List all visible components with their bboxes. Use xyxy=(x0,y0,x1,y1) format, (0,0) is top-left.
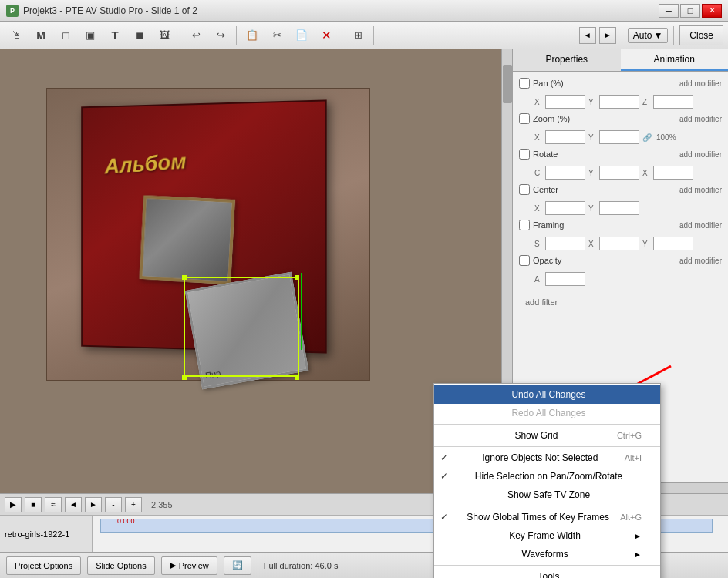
window-title: Projekt3 - PTE AV Studio Pro - Slide 1 o… xyxy=(23,5,197,16)
rotate-checkbox[interactable] xyxy=(519,149,530,160)
ctx-global-check: ✓ xyxy=(440,512,453,523)
add-filter-label[interactable]: add filter xyxy=(525,297,558,307)
maximize-button[interactable]: □ xyxy=(680,4,700,18)
framing-checkbox[interactable] xyxy=(519,220,530,230)
ctx-hide-selection[interactable]: ✓ Hide Selection on Pan/Zoom/Rotate xyxy=(434,467,660,486)
wave-button[interactable]: ≈ xyxy=(45,497,62,512)
center-x-input[interactable] xyxy=(545,201,585,215)
rotate-y-input[interactable] xyxy=(599,166,639,180)
ctx-keyframe-width[interactable]: Key Frame Width ► xyxy=(434,526,660,545)
delete-button[interactable]: ✕ xyxy=(315,25,338,46)
next-slide-button[interactable]: ► xyxy=(599,27,616,44)
ctx-undo-all[interactable]: Undo All Changes xyxy=(434,385,660,404)
tab-properties[interactable]: Properties xyxy=(513,49,621,71)
rotate-row: Rotate add modifier xyxy=(519,149,722,160)
rotate-inputs: C Y X xyxy=(519,166,722,180)
ctx-hide-check: ✓ xyxy=(440,471,453,482)
opacity-modifier[interactable]: add modifier xyxy=(679,257,722,265)
zoom-modifier[interactable]: add modifier xyxy=(679,115,722,123)
rotate-x-input[interactable] xyxy=(653,166,693,180)
framing-y-label: Y xyxy=(642,240,650,248)
center-checkbox[interactable] xyxy=(519,184,530,195)
pan-modifier[interactable]: add modifier xyxy=(679,79,722,88)
tab-animation[interactable]: Animation xyxy=(621,49,729,71)
ctx-waveforms[interactable]: Waveforms ► xyxy=(434,545,660,563)
zoom-dropdown[interactable]: Auto ▼ xyxy=(628,28,669,43)
pan-x-input[interactable] xyxy=(545,95,585,109)
rotate-label: Rotate xyxy=(533,150,579,159)
opacity-inputs: A xyxy=(519,272,722,286)
redo-button[interactable]: ↪ xyxy=(209,25,232,46)
add-filter-row: add filter xyxy=(519,294,722,310)
time-marker-label: 0.000 xyxy=(117,517,135,525)
opacity-row: Opacity add modifier xyxy=(519,255,722,266)
framing-label: Framing xyxy=(533,220,579,230)
grid-button[interactable]: ⊞ xyxy=(346,25,369,46)
opacity-a-input[interactable] xyxy=(545,272,585,286)
ctx-ignore-check: ✓ xyxy=(440,452,453,463)
framing-s-input[interactable] xyxy=(545,237,585,250)
ctx-show-grid[interactable]: Show Grid Ctrl+G xyxy=(434,426,660,445)
context-menu: Undo All Changes Redo All Changes Show G… xyxy=(433,383,661,578)
stop-button[interactable]: ■ xyxy=(25,497,42,512)
prev-frame-button[interactable]: ◄ xyxy=(65,497,82,512)
ctx-global-times[interactable]: ✓ Show Global Times of Key Frames Alt+G xyxy=(434,508,660,526)
project-options-button[interactable]: Project Options xyxy=(6,556,81,575)
ctx-ignore-label: Ignore Objects Not Selected xyxy=(482,452,598,463)
center-modifier[interactable]: add modifier xyxy=(679,186,722,194)
zoom-x-label: X xyxy=(534,133,542,142)
tool-rect[interactable]: ◼ xyxy=(128,25,151,46)
copy-button[interactable]: 📋 xyxy=(241,25,264,46)
framing-s-label: S xyxy=(534,240,542,248)
ctx-sep-3 xyxy=(434,506,660,506)
undo-button[interactable]: ↩ xyxy=(184,25,207,46)
zoom-checkbox[interactable] xyxy=(519,113,530,124)
rotate-modifier[interactable]: add modifier xyxy=(679,150,722,159)
framing-modifier[interactable]: add modifier xyxy=(679,221,722,230)
canvas-scroll-thumb[interactable] xyxy=(503,65,512,103)
zoom-in-button[interactable]: + xyxy=(125,497,142,512)
zoom-dropdown-arrow: ▼ xyxy=(653,30,662,41)
opacity-checkbox[interactable] xyxy=(519,255,530,266)
ctx-global-shortcut: Alt+G xyxy=(620,512,642,522)
ctx-ignore-objects[interactable]: ✓ Ignore Objects Not Selected Alt+I xyxy=(434,449,660,467)
close-editor-button[interactable]: Close xyxy=(679,25,723,45)
pan-checkbox[interactable] xyxy=(519,78,530,89)
minimize-button[interactable]: ─ xyxy=(659,4,679,18)
zoom-y-input[interactable] xyxy=(599,130,639,144)
pan-y-input[interactable] xyxy=(599,95,639,109)
pan-z-input[interactable] xyxy=(653,95,693,109)
tool-point[interactable]: ▣ xyxy=(79,25,102,46)
zoom-out-button[interactable]: - xyxy=(105,497,122,512)
zoom-x-input[interactable] xyxy=(545,130,585,144)
ctx-global-label: Show Global Times of Key Frames xyxy=(467,512,609,523)
zoom-inputs: X Y 🔗 100% xyxy=(519,130,722,144)
tool-image[interactable]: 🖼 xyxy=(153,25,176,46)
ctx-safe-tv[interactable]: Show Safe TV Zone xyxy=(434,486,660,504)
framing-y-input[interactable] xyxy=(653,237,693,250)
preview-button[interactable]: ▶ Preview xyxy=(161,556,217,575)
tool-cursor[interactable]: 🖱 xyxy=(5,25,28,46)
loop-button[interactable]: 🔄 xyxy=(224,556,251,575)
center-x-label: X xyxy=(534,204,542,213)
ctx-redo-all: Redo All Changes xyxy=(434,404,660,422)
tool-text[interactable]: T xyxy=(103,25,126,46)
rotate-c-input[interactable] xyxy=(545,166,585,180)
slide-options-button[interactable]: Slide Options xyxy=(87,556,154,575)
album-title-text: Альбом xyxy=(104,149,187,179)
cut-button[interactable]: ✂ xyxy=(265,25,288,46)
paste-button[interactable]: 📄 xyxy=(290,25,313,46)
framing-x-input[interactable] xyxy=(599,237,639,250)
tool-select[interactable]: ◻ xyxy=(54,25,77,46)
photo-on-cover xyxy=(140,195,235,284)
center-y-input[interactable] xyxy=(599,201,639,215)
next-frame-button[interactable]: ► xyxy=(85,497,102,512)
title-bar-left: P Projekt3 - PTE AV Studio Pro - Slide 1… xyxy=(6,5,197,17)
prev-slide-button[interactable]: ◄ xyxy=(579,27,596,44)
app-icon: P xyxy=(6,5,19,17)
ctx-redo-label: Redo All Changes xyxy=(511,408,585,418)
close-window-button[interactable]: ✕ xyxy=(702,4,722,18)
ctx-tools[interactable]: Tools xyxy=(434,567,660,578)
play-button[interactable]: ▶ xyxy=(5,497,22,512)
tool-mask[interactable]: M xyxy=(29,25,52,46)
